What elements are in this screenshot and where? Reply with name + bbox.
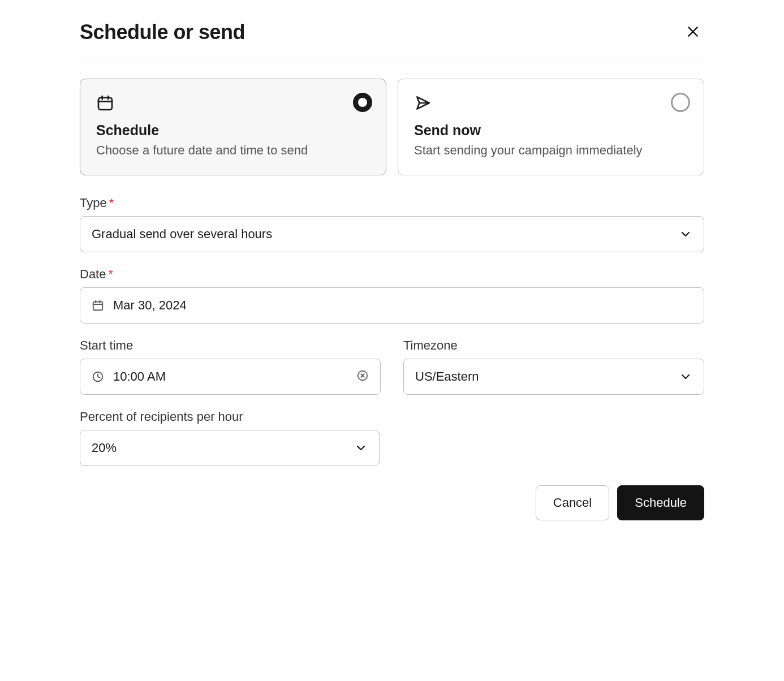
- calendar-icon: [96, 94, 370, 114]
- dialog-title: Schedule or send: [80, 20, 245, 44]
- option-send-now-desc: Start sending your campaign immediately: [414, 142, 688, 159]
- start-time-value: 10:00 AM: [113, 369, 356, 384]
- option-send-now-radio: [671, 93, 690, 112]
- timezone-select[interactable]: US/Eastern: [403, 359, 704, 395]
- percent-value: 20%: [92, 441, 354, 455]
- schedule-or-send-dialog: Schedule or send Schedule Choose a futur…: [80, 20, 704, 520]
- dialog-footer: Cancel Schedule: [80, 485, 704, 520]
- send-icon: [414, 94, 688, 114]
- chevron-down-icon: [354, 441, 368, 455]
- calendar-icon: [92, 299, 104, 312]
- field-percent: Percent of recipients per hour 20%: [80, 410, 380, 466]
- clear-start-time-button[interactable]: [356, 369, 369, 383]
- cancel-button[interactable]: Cancel: [536, 485, 609, 520]
- start-time-input[interactable]: 10:00 AM: [80, 359, 381, 395]
- clock-icon: [92, 370, 104, 383]
- type-select[interactable]: Gradual send over several hours: [80, 216, 704, 252]
- time-row: Start time 10:00 AM Timezone US/Eastern: [80, 338, 704, 410]
- schedule-button[interactable]: Schedule: [617, 485, 704, 520]
- date-value: Mar 30, 2024: [113, 298, 692, 313]
- dialog-header: Schedule or send: [80, 20, 704, 58]
- option-schedule-desc: Choose a future date and time to send: [96, 142, 370, 159]
- svg-rect-7: [93, 301, 103, 310]
- option-schedule-radio: [353, 93, 372, 112]
- option-send-now[interactable]: Send now Start sending your campaign imm…: [398, 79, 704, 175]
- field-type: Type* Gradual send over several hours: [80, 196, 704, 252]
- field-date: Date* Mar 30, 2024: [80, 267, 704, 324]
- date-input[interactable]: Mar 30, 2024: [80, 287, 704, 324]
- field-start-time: Start time 10:00 AM: [80, 338, 381, 395]
- type-value: Gradual send over several hours: [92, 227, 679, 242]
- timezone-value: US/Eastern: [415, 369, 679, 384]
- close-button[interactable]: [682, 21, 704, 44]
- svg-rect-2: [98, 98, 112, 110]
- percent-select[interactable]: 20%: [80, 430, 380, 466]
- required-indicator: *: [108, 267, 113, 281]
- required-indicator: *: [109, 196, 114, 210]
- type-label: Type*: [80, 196, 704, 210]
- chevron-down-icon: [679, 227, 692, 241]
- option-send-now-title: Send now: [414, 122, 688, 139]
- start-time-label: Start time: [80, 338, 381, 353]
- option-schedule-title: Schedule: [96, 122, 370, 139]
- field-timezone: Timezone US/Eastern: [403, 338, 704, 395]
- clear-icon: [356, 369, 369, 383]
- timezone-label: Timezone: [403, 338, 704, 353]
- option-schedule[interactable]: Schedule Choose a future date and time t…: [80, 79, 386, 175]
- close-icon: [686, 24, 700, 41]
- percent-label: Percent of recipients per hour: [80, 410, 380, 424]
- send-mode-options: Schedule Choose a future date and time t…: [80, 79, 704, 175]
- date-label: Date*: [80, 267, 704, 282]
- chevron-down-icon: [679, 370, 692, 383]
